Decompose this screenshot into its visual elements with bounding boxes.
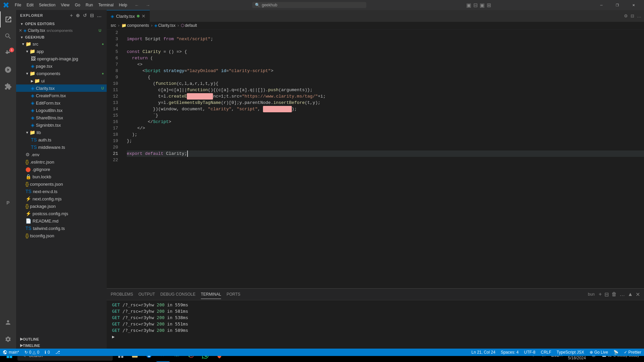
window-controls: ─ ❐ ✕ xyxy=(594,0,641,10)
more-options-button[interactable]: … xyxy=(96,12,103,19)
git-status[interactable]: ⎇ xyxy=(53,349,63,356)
more-editor-icon[interactable]: … xyxy=(637,13,641,18)
menu-selection[interactable]: Selection xyxy=(36,2,58,8)
menu-view[interactable]: View xyxy=(58,2,72,8)
tree-clarity-tsx[interactable]: ◈ Clarity.tsx U xyxy=(16,84,107,92)
menu-go[interactable]: Go xyxy=(72,2,83,8)
position-status[interactable]: Ln 21, Col 24 xyxy=(469,349,498,356)
line-ending-status[interactable]: CRLF xyxy=(538,349,554,356)
tree-gitignore[interactable]: ⬤ .gitignore xyxy=(16,166,107,173)
open-editor-item-clarity[interactable]: ✕ ◈ Clarity.tsx src\components U xyxy=(16,27,107,34)
tab-clarity-tsx[interactable]: ◈ Clarity.tsx ✕ xyxy=(107,10,150,22)
tree-env[interactable]: ⚙ .env xyxy=(16,151,107,158)
tree-editform[interactable]: ◈ EditForm.tsx xyxy=(16,99,107,107)
maximize-panel-button[interactable]: ▲ xyxy=(628,291,633,297)
tree-tailwind-config[interactable]: TS tailwind.config.ts xyxy=(16,225,107,232)
live-share-status[interactable]: ⊕ Go Live xyxy=(587,349,611,356)
source-control-activity-icon[interactable]: 1 xyxy=(0,45,16,61)
tree-opengraph[interactable]: 🖼 opengraph-image.jpg xyxy=(16,55,107,62)
tree-bun-lockb[interactable]: 🔒 bun.lockb xyxy=(16,173,107,180)
tab-debug-console[interactable]: DEBUG CONSOLE xyxy=(160,290,196,299)
tree-auth-ts[interactable]: TS auth.ts xyxy=(16,136,107,143)
code-editor[interactable]: 2 3 4 5 6 7 8 9 10 11 12 13 14 15 16 17 … xyxy=(107,29,644,288)
bc-src[interactable]: src xyxy=(111,23,116,28)
layout-toggle[interactable]: ⊞ xyxy=(487,2,491,8)
tree-tsconfig[interactable]: {} tsconfig.json xyxy=(16,232,107,239)
split-terminal-button[interactable]: ⊟ xyxy=(604,291,609,298)
geekhub-section[interactable]: ▼ GEEKHUB xyxy=(16,34,107,40)
bc-components[interactable]: 📁 components xyxy=(121,23,149,28)
broadcast-status[interactable]: 📡 xyxy=(611,349,621,356)
collapse-button[interactable]: ⊟ xyxy=(89,12,95,19)
timeline-section[interactable]: ▶ TIMELINE xyxy=(16,342,107,349)
extensions-activity-icon[interactable] xyxy=(0,78,16,95)
tree-ui-folder[interactable]: ▶ 📁 ui xyxy=(16,77,107,84)
menu-terminal[interactable]: Terminal xyxy=(96,2,116,8)
tree-next-env-dts[interactable]: TS next-env.d.ts xyxy=(16,188,107,195)
new-file-button[interactable]: + xyxy=(69,12,74,19)
sync-status[interactable]: ↻ 0 △ 0 xyxy=(22,349,42,356)
tree-next-config[interactable]: ⚡ next.config.mjs xyxy=(16,195,107,202)
tree-createform[interactable]: ◈ CreateForm.tsx xyxy=(16,92,107,99)
outline-section[interactable]: ▶ OUTLINE xyxy=(16,336,107,342)
code-content[interactable]: import Script from "next/script"; const … xyxy=(123,29,644,288)
run-debug-activity-icon[interactable] xyxy=(0,62,16,78)
tab-ports[interactable]: PORTS xyxy=(226,290,240,299)
nav-back[interactable]: ← xyxy=(132,2,141,8)
menu-file[interactable]: File xyxy=(12,2,24,8)
clarity-tab-close[interactable]: ✕ xyxy=(142,13,146,19)
nav-forward[interactable]: → xyxy=(144,2,152,8)
encoding-status[interactable]: UTF-8 xyxy=(521,349,538,356)
tree-readme[interactable]: 📄 README.md xyxy=(16,217,107,225)
tree-components-folder[interactable]: ▼ 📁 components ● xyxy=(16,70,107,77)
split-editor-icon[interactable]: ⊟ xyxy=(631,13,634,18)
menu-run[interactable]: Run xyxy=(83,2,96,8)
close-panel-button[interactable]: ✕ xyxy=(636,291,640,298)
title-search[interactable]: 🔍 geekhub xyxy=(252,2,366,8)
close-clarity-button[interactable]: ✕ xyxy=(19,28,22,33)
tree-app-folder[interactable]: ▼ 📁 app xyxy=(16,48,107,55)
tree-postcss-config[interactable]: ⚡ postcss.config.mjs xyxy=(16,210,107,217)
more-terminal-button[interactable]: … xyxy=(620,291,625,297)
tab-terminal[interactable]: TERMINAL xyxy=(201,290,221,299)
settings-activity-icon[interactable] xyxy=(0,331,16,347)
remote-icon[interactable]: P xyxy=(0,195,16,211)
tree-middleware-ts[interactable]: TS middleware.ts xyxy=(16,143,107,151)
tree-lib-folder[interactable]: ▼ 📁 lib xyxy=(16,129,107,136)
search-activity-icon[interactable] xyxy=(0,28,16,44)
bun-lockb-icon: 🔒 xyxy=(25,174,31,179)
tree-src-folder[interactable]: ▼ 📁 src ● xyxy=(16,40,107,48)
restore-button[interactable]: ❐ xyxy=(610,0,625,10)
spaces-status[interactable]: Spaces: 4 xyxy=(498,349,521,356)
close-button[interactable]: ✕ xyxy=(626,0,641,10)
prettier-status[interactable]: ✓ Prettier xyxy=(621,349,644,356)
trash-terminal-button[interactable]: 🗑 xyxy=(611,291,617,297)
tree-page-tsx[interactable]: ◈ page.tsx xyxy=(16,62,107,70)
panel-toggle[interactable]: ⊟ xyxy=(473,2,478,8)
tab-output[interactable]: OUTPUT xyxy=(139,290,155,299)
menu-help[interactable]: Help xyxy=(116,2,130,8)
bc-default[interactable]: ⬡ default xyxy=(181,23,197,28)
info-status[interactable]: ℹ 0 xyxy=(42,349,53,356)
remote-status[interactable]: main* xyxy=(0,349,22,356)
explorer-activity-icon[interactable] xyxy=(0,11,16,27)
new-folder-button[interactable]: ⊕ xyxy=(75,12,81,19)
menu-edit[interactable]: Edit xyxy=(24,2,36,8)
tree-logoutbtn[interactable]: ◈ LogoutBtn.tsx xyxy=(16,107,107,114)
accounts-activity-icon[interactable] xyxy=(0,314,16,330)
settings-editor-icon[interactable]: ⚙ xyxy=(624,13,628,18)
tab-problems[interactable]: PROBLEMS xyxy=(111,290,133,299)
tree-sharebtns[interactable]: ◈ ShareBtns.tsx xyxy=(16,114,107,121)
bc-clarity[interactable]: ◈ Clarity.tsx xyxy=(154,23,175,28)
open-editors-section[interactable]: ▼ OPEN EDITORS xyxy=(16,21,107,27)
tree-components-json[interactable]: {} components.json xyxy=(16,180,107,188)
tree-package-json[interactable]: {} package.json xyxy=(16,202,107,210)
tree-signinbtn[interactable]: ◈ Signinbtn.tsx xyxy=(16,121,107,129)
minimize-button[interactable]: ─ xyxy=(594,0,609,10)
secondary-sidebar-toggle[interactable]: ▣ xyxy=(480,2,485,8)
tree-eslintrc[interactable]: {} .eslintrc.json xyxy=(16,158,107,166)
language-status[interactable]: TypeScript JSX xyxy=(554,349,587,356)
refresh-button[interactable]: ↺ xyxy=(82,12,88,19)
primary-sidebar-toggle[interactable]: ▣ xyxy=(466,2,471,8)
add-terminal-button[interactable]: + xyxy=(599,291,602,297)
